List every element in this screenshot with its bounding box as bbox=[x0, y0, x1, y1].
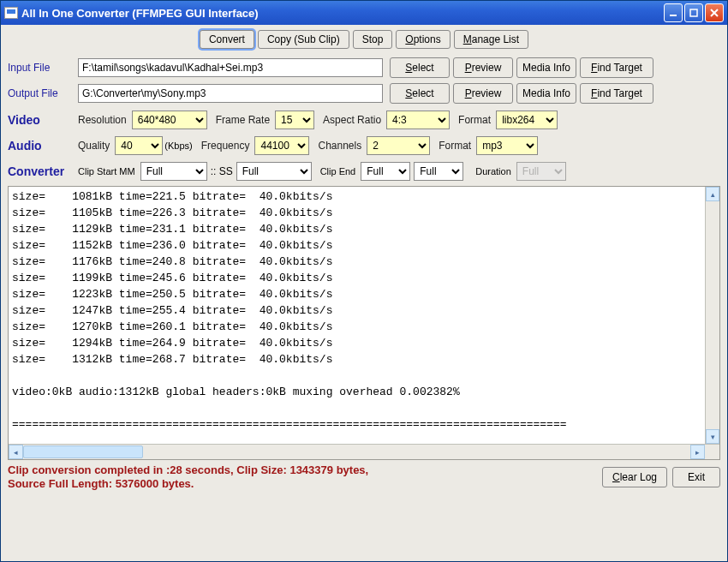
scroll-thumb[interactable] bbox=[23, 445, 143, 458]
framerate-select[interactable]: 15 bbox=[275, 111, 314, 129]
clipstart-mm-select[interactable]: Full bbox=[140, 162, 207, 181]
options-rest: ptions bbox=[414, 33, 441, 45]
duration-select: Full bbox=[516, 162, 566, 181]
input-mediainfo-button[interactable]: Media Info bbox=[516, 57, 576, 78]
clipstart-ss-select[interactable]: Full bbox=[236, 162, 312, 181]
log-text[interactable]: size= 1081kB time=221.5 bitrate= 40.0kbi… bbox=[9, 187, 719, 445]
output-preview-button[interactable]: Preview bbox=[453, 83, 513, 104]
clipstart-label: Clip Start MM bbox=[78, 166, 135, 176]
frequency-select[interactable]: 44100 bbox=[254, 136, 309, 155]
ss-separator: :: SS bbox=[211, 165, 233, 177]
scroll-left-icon[interactable]: ◂ bbox=[9, 445, 23, 459]
convert-button[interactable]: Convert bbox=[200, 30, 254, 49]
stop-button[interactable]: Stop bbox=[353, 30, 393, 49]
resolution-select[interactable]: 640*480 bbox=[132, 111, 207, 129]
output-file-label: Output File bbox=[8, 87, 71, 99]
audio-section-label: Audio bbox=[8, 139, 78, 152]
clear-log-button[interactable]: Clear Log bbox=[602, 467, 667, 487]
scroll-up-icon[interactable]: ▴ bbox=[706, 187, 719, 201]
converter-section-label: Converter bbox=[8, 164, 78, 178]
video-format-select[interactable]: libx264 bbox=[496, 111, 558, 129]
input-findtarget-button[interactable]: Find Target bbox=[580, 57, 653, 78]
main-toolbar: Convert Copy (Sub Clip) Stop Options Man… bbox=[8, 30, 720, 49]
quality-select[interactable]: 40 bbox=[115, 136, 163, 155]
aspect-select[interactable]: 4:3 bbox=[386, 111, 450, 129]
aspect-label: Aspect Ratio bbox=[323, 114, 381, 126]
status-text: Clip conversion completed in :28 seconds… bbox=[8, 463, 597, 491]
scroll-track[interactable] bbox=[143, 445, 690, 459]
titlebar[interactable]: All In One Converter (FFMPEG GUI Interfa… bbox=[1, 1, 727, 25]
channels-select[interactable]: 2 bbox=[367, 136, 430, 155]
duration-label: Duration bbox=[475, 166, 511, 176]
audio-format-select[interactable]: mp3 bbox=[476, 136, 538, 155]
window-title: All In One Converter (FFMPEG GUI Interfa… bbox=[21, 7, 664, 20]
output-mediainfo-button[interactable]: Media Info bbox=[516, 83, 576, 104]
input-file-field[interactable] bbox=[78, 58, 383, 77]
clipend-ss-select[interactable]: Full bbox=[414, 162, 463, 181]
status-line2: Source Full Length: 5376000 bytes. bbox=[8, 477, 597, 491]
status-line1: Clip conversion completed in :28 seconds… bbox=[8, 463, 597, 477]
svg-rect-0 bbox=[670, 15, 677, 16]
exit-button[interactable]: Exit bbox=[672, 467, 720, 487]
channels-label: Channels bbox=[318, 140, 361, 152]
scroll-right-icon[interactable]: ▸ bbox=[690, 445, 705, 459]
app-icon bbox=[4, 7, 18, 19]
framerate-label: Frame Rate bbox=[216, 114, 270, 126]
svg-rect-1 bbox=[690, 9, 697, 16]
clipend-mm-select[interactable]: Full bbox=[361, 162, 410, 181]
input-select-button[interactable]: Select bbox=[390, 57, 450, 78]
vertical-scrollbar[interactable]: ▴ ▾ bbox=[705, 187, 719, 444]
quality-label: Quality bbox=[78, 140, 110, 152]
input-file-label: Input File bbox=[8, 62, 71, 74]
log-panel: size= 1081kB time=221.5 bitrate= 40.0kbi… bbox=[8, 186, 720, 460]
quality-unit: (Kbps) bbox=[164, 140, 192, 151]
scroll-corner bbox=[705, 445, 719, 459]
options-button[interactable]: Options bbox=[396, 30, 450, 49]
output-file-field[interactable] bbox=[78, 84, 383, 103]
output-findtarget-button[interactable]: Find Target bbox=[580, 83, 653, 104]
manage-rest: anage List bbox=[472, 33, 519, 45]
close-button[interactable] bbox=[705, 3, 724, 22]
resolution-label: Resolution bbox=[78, 114, 127, 126]
scroll-down-icon[interactable]: ▾ bbox=[706, 429, 719, 444]
copy-subclip-button[interactable]: Copy (Sub Clip) bbox=[258, 30, 349, 49]
input-preview-button[interactable]: Preview bbox=[453, 57, 513, 78]
clipend-label: Clip End bbox=[320, 166, 356, 176]
horizontal-scrollbar[interactable]: ◂ ▸ bbox=[9, 444, 719, 459]
output-select-button[interactable]: Select bbox=[390, 83, 450, 104]
minimize-button[interactable] bbox=[664, 3, 683, 22]
audio-format-label: Format bbox=[439, 140, 471, 152]
manage-list-button[interactable]: Manage List bbox=[454, 30, 528, 49]
maximize-button[interactable] bbox=[684, 3, 703, 22]
frequency-label: Frequency bbox=[201, 140, 250, 152]
video-format-label: Format bbox=[458, 114, 491, 126]
video-section-label: Video bbox=[8, 113, 78, 127]
